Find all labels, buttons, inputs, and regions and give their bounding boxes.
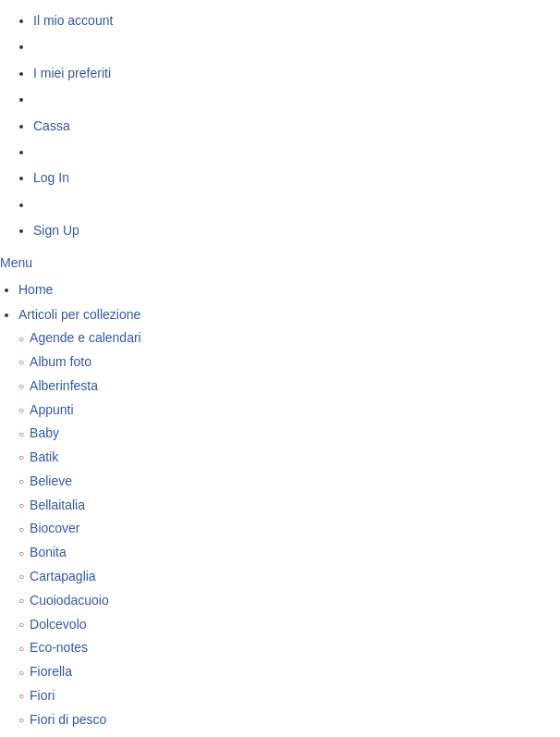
sub-nav-item[interactable]: Baby [18,422,560,446]
main-nav-link[interactable]: Home [18,282,53,297]
sub-nav-item[interactable]: Cartapaglia [18,565,560,589]
menu-link[interactable]: Menu [0,255,32,270]
sub-nav-link[interactable]: Dolcevolo [30,614,86,636]
top-nav-link[interactable]: Cassa [33,118,70,133]
sub-nav-link[interactable]: Alberinfesta [30,375,98,398]
top-nav-item [33,33,560,59]
sub-nav-item[interactable]: Eco-notes [18,636,560,660]
sub-nav-item[interactable]: Bonita [18,541,560,565]
sub-nav-link[interactable]: Believe [30,471,72,493]
sub-nav-item[interactable]: Batik [18,446,560,470]
sub-nav-item[interactable]: Dolcevolo [18,613,560,637]
sub-nav-item[interactable]: Album foto [18,350,560,375]
sub-nav-link[interactable]: Baby [30,423,59,445]
top-nav-link[interactable]: Sign Up [33,223,79,238]
sub-nav-link[interactable]: Agende e calendari [30,327,141,350]
sub-nav-link[interactable]: Cuoiodacuoio [30,590,109,612]
top-nav-item[interactable]: I miei preferiti [33,60,560,86]
sub-nav-item[interactable]: Fiori [18,684,560,708]
top-nav-link[interactable]: I miei preferiti [33,66,111,80]
sub-nav-link[interactable]: Fiori [30,685,55,707]
main-nav-item[interactable]: Articoli per collezioneAgende e calendar… [18,302,560,737]
sub-nav-link[interactable]: Batik [30,447,58,469]
sub-nav-item[interactable]: Fiorilux [18,732,560,737]
sub-nav-link[interactable]: Fiori di pesco [30,709,106,731]
sub-nav-item[interactable]: Agende e calendari [18,326,560,350]
sub-navigation: Agende e calendariAlbum fotoAlberinfesta… [18,326,560,737]
menu-label[interactable]: Menu [0,252,560,277]
sub-nav-item[interactable]: Fiori di pesco [18,708,560,732]
sub-nav-link[interactable]: Bellaitalia [30,495,85,517]
sub-nav-link[interactable]: Eco-notes [30,637,88,659]
top-nav-item[interactable]: Il mio account [33,7,560,33]
sub-nav-item[interactable]: Alberinfesta [18,375,560,399]
top-nav-item [33,86,560,112]
top-nav-item [33,139,560,165]
top-nav-item[interactable]: Log In [33,165,560,190]
sub-nav-link[interactable]: Fiorella [30,661,72,683]
top-nav-item[interactable]: Sign Up [33,217,560,243]
top-nav-link[interactable]: Log In [33,170,69,185]
sub-nav-link[interactable]: Biocover [30,518,79,540]
main-nav-link[interactable]: Articoli per collezione [18,307,140,322]
sub-nav-link[interactable]: Album foto [30,351,91,374]
sub-nav-item[interactable]: Appunti [18,399,560,423]
sub-nav-link[interactable]: Appunti [30,399,73,422]
sub-nav-item[interactable]: Fiorella [18,660,560,684]
sub-nav-link[interactable]: Fiorilux [30,733,71,737]
top-nav-item [33,191,560,217]
sub-nav-item[interactable]: Biocover [18,517,560,541]
top-nav-item[interactable]: Cassa [33,113,560,139]
main-nav-item[interactable]: Home [18,277,560,303]
sub-nav-link[interactable]: Cartapaglia [30,566,96,588]
sub-nav-item[interactable]: Believe [18,470,560,494]
top-navigation: Il mio accountI miei preferitiCassaLog I… [0,0,560,252]
sub-nav-item[interactable]: Bellaitalia [18,494,560,518]
main-navigation: HomeArticoli per collezioneAgende e cale… [0,277,560,737]
sub-nav-item[interactable]: Cuoiodacuoio [18,589,560,613]
sub-nav-link[interactable]: Bonita [30,542,67,564]
top-nav-link[interactable]: Il mio account [33,13,113,28]
